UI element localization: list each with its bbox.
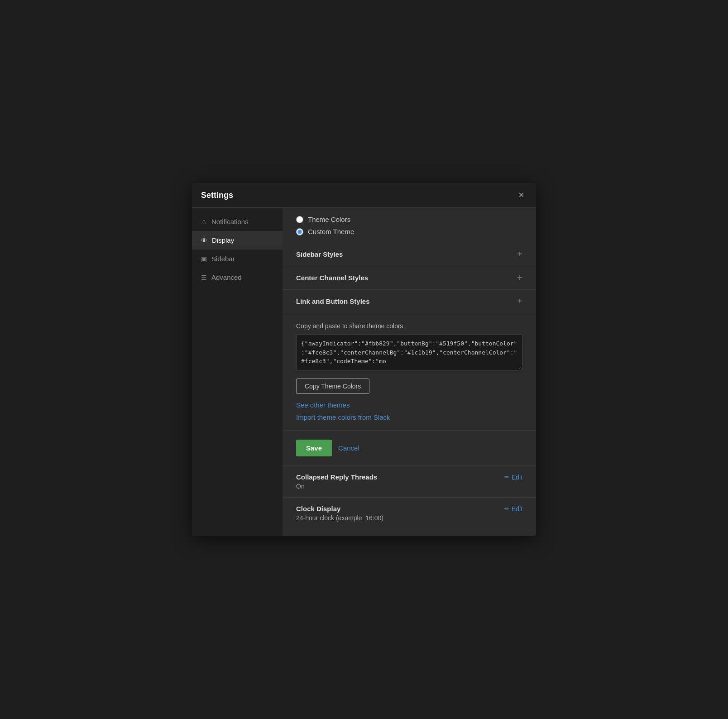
theme-color-textarea[interactable] bbox=[296, 334, 522, 370]
share-theme-section: Copy and paste to share theme colors: Co… bbox=[283, 313, 536, 431]
collapsed-reply-threads-header: Collapsed Reply Threads ✏ Edit bbox=[296, 473, 522, 481]
import-from-slack-link[interactable]: Import theme colors from Slack bbox=[296, 413, 522, 421]
edit-pencil-icon: ✏ bbox=[504, 505, 509, 512]
clock-display-row: Clock Display ✏ Edit 24-hour clock (exam… bbox=[283, 498, 536, 529]
notifications-icon: ⚠ bbox=[201, 218, 207, 225]
clock-display-value: 24-hour clock (example: 16:00) bbox=[296, 514, 522, 522]
collapsed-reply-threads-value: On bbox=[296, 483, 522, 490]
collapsed-reply-threads-edit[interactable]: ✏ Edit bbox=[504, 474, 522, 481]
custom-theme-option[interactable]: Custom Theme bbox=[296, 228, 522, 235]
custom-theme-label: Custom Theme bbox=[308, 228, 354, 235]
see-other-themes-link[interactable]: See other themes bbox=[296, 401, 522, 409]
sidebar-item-label: Display bbox=[212, 236, 234, 244]
custom-theme-radio[interactable] bbox=[296, 228, 303, 235]
share-label: Copy and paste to share theme colors: bbox=[296, 322, 522, 330]
sidebar-styles-expand-icon: + bbox=[517, 249, 522, 259]
copy-theme-button[interactable]: Copy Theme Colors bbox=[296, 379, 369, 394]
sidebar-item-label: Sidebar bbox=[211, 255, 235, 263]
sidebar-item-label: Advanced bbox=[211, 273, 242, 281]
display-icon: 👁 bbox=[201, 237, 207, 244]
advanced-icon: ☰ bbox=[201, 274, 207, 281]
copy-theme-button-wrapper: Copy Theme Colors bbox=[296, 372, 522, 394]
modal-header: Settings × bbox=[192, 183, 536, 208]
theme-colors-option[interactable]: Theme Colors bbox=[296, 216, 522, 223]
sidebar-item-label: Notifications bbox=[211, 218, 249, 225]
modal-body: ⚠ Notifications 👁 Display ▣ Sidebar ☰ Ad… bbox=[192, 208, 536, 536]
link-button-styles-label: Link and Button Styles bbox=[296, 297, 370, 305]
sidebar-styles-label: Sidebar Styles bbox=[296, 250, 343, 258]
clock-display-edit[interactable]: ✏ Edit bbox=[504, 505, 522, 513]
sidebar-item-advanced[interactable]: ☰ Advanced bbox=[192, 268, 283, 287]
collapsed-reply-threads-row: Collapsed Reply Threads ✏ Edit On bbox=[283, 466, 536, 498]
close-button[interactable]: × bbox=[516, 189, 527, 201]
cancel-button[interactable]: Cancel bbox=[338, 444, 359, 452]
theme-options: Theme Colors Custom Theme bbox=[283, 208, 536, 243]
settings-sidebar: ⚠ Notifications 👁 Display ▣ Sidebar ☰ Ad… bbox=[192, 208, 283, 536]
center-channel-styles-expand-icon: + bbox=[517, 273, 522, 283]
edit-pencil-icon: ✏ bbox=[504, 474, 509, 480]
theme-colors-radio[interactable] bbox=[296, 216, 303, 223]
clock-display-title: Clock Display bbox=[296, 505, 340, 513]
sidebar-icon: ▣ bbox=[201, 255, 207, 263]
link-button-styles-expand-icon: + bbox=[517, 296, 522, 307]
modal-title: Settings bbox=[201, 191, 233, 200]
sidebar-styles-row[interactable]: Sidebar Styles + bbox=[283, 243, 536, 266]
sidebar-item-sidebar[interactable]: ▣ Sidebar bbox=[192, 249, 283, 268]
theme-links: See other themes Import theme colors fro… bbox=[296, 401, 522, 421]
action-row: Save Cancel bbox=[283, 431, 536, 466]
theme-colors-label: Theme Colors bbox=[308, 216, 350, 223]
edit-label: Edit bbox=[512, 505, 522, 513]
settings-modal: Settings × ⚠ Notifications 👁 Display ▣ S… bbox=[192, 183, 536, 536]
sidebar-item-display[interactable]: 👁 Display bbox=[192, 231, 283, 249]
clock-display-header: Clock Display ✏ Edit bbox=[296, 505, 522, 513]
save-button[interactable]: Save bbox=[296, 440, 332, 456]
link-button-styles-row[interactable]: Link and Button Styles + bbox=[283, 290, 536, 313]
center-channel-styles-row[interactable]: Center Channel Styles + bbox=[283, 266, 536, 290]
collapsed-reply-threads-title: Collapsed Reply Threads bbox=[296, 473, 377, 481]
sidebar-item-notifications[interactable]: ⚠ Notifications bbox=[192, 212, 283, 231]
edit-label: Edit bbox=[512, 474, 522, 481]
center-channel-styles-label: Center Channel Styles bbox=[296, 274, 368, 282]
teammate-name-display-row: Teammate Name Display ✏ Edit Show first … bbox=[283, 529, 536, 536]
main-content: Theme Colors Custom Theme Sidebar Styles… bbox=[283, 208, 536, 536]
